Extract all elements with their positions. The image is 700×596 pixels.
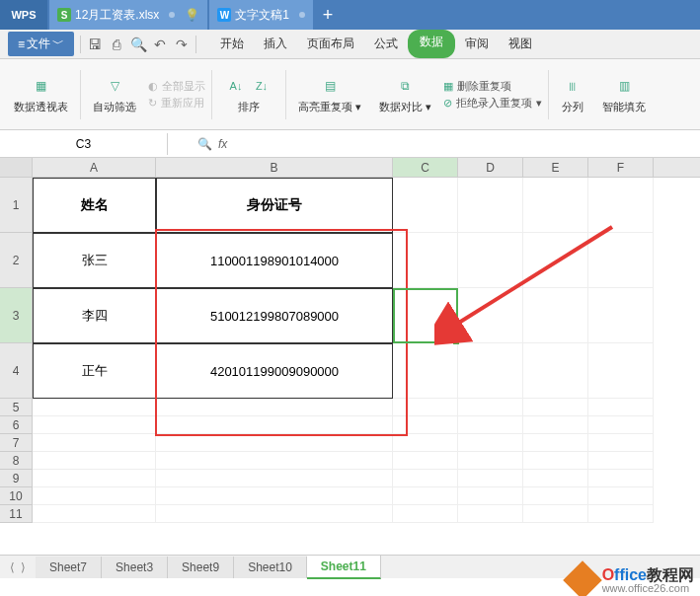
ribbon-tab-data[interactable]: 数据	[408, 30, 455, 58]
sheet-tab-active[interactable]: Sheet11	[307, 556, 381, 579]
cell[interactable]	[588, 416, 654, 434]
cell-e2[interactable]	[523, 233, 588, 288]
cell[interactable]	[33, 505, 156, 523]
cell-f3[interactable]	[588, 288, 654, 343]
cell[interactable]	[156, 434, 393, 452]
row-header-7[interactable]: 7	[0, 434, 33, 452]
cell-e3[interactable]	[523, 288, 588, 343]
sheet-tab[interactable]: Sheet3	[102, 557, 168, 578]
cell[interactable]	[33, 487, 156, 505]
cell[interactable]	[393, 470, 458, 487]
row-header-6[interactable]: 6	[0, 416, 33, 434]
col-header-e[interactable]: E	[523, 158, 588, 177]
cell[interactable]	[523, 434, 588, 452]
row-header-4[interactable]: 4	[0, 343, 33, 399]
data-compare-button[interactable]: ⧉ 数据对比 ▾	[373, 65, 437, 124]
ribbon-tab-review[interactable]: 审阅	[455, 30, 499, 58]
sheet-tab[interactable]: Sheet7	[36, 557, 102, 578]
select-all-corner[interactable]	[0, 158, 33, 177]
cell[interactable]	[393, 505, 458, 523]
col-header-b[interactable]: B	[156, 158, 393, 177]
name-box[interactable]: C3	[0, 133, 168, 155]
insert-function-icon[interactable]: 🔍	[197, 137, 212, 151]
cell-a2[interactable]: 张三	[33, 233, 156, 288]
cell[interactable]	[523, 452, 588, 470]
cell-d2[interactable]	[458, 233, 523, 288]
cell-d4[interactable]	[458, 343, 523, 399]
cell[interactable]	[393, 452, 458, 470]
cell-c1[interactable]	[393, 178, 458, 233]
cell-c4[interactable]	[393, 343, 458, 399]
cell[interactable]	[588, 505, 654, 523]
row-header-5[interactable]: 5	[0, 399, 33, 416]
cell-a4[interactable]: 正午	[33, 343, 156, 399]
cell[interactable]	[156, 487, 393, 505]
cell[interactable]	[393, 434, 458, 452]
cell[interactable]	[156, 399, 393, 416]
cell[interactable]	[33, 416, 156, 434]
col-header-a[interactable]: A	[33, 158, 156, 177]
reject-dup-button[interactable]: ⊘ 拒绝录入重复项 ▾	[443, 96, 542, 111]
cell[interactable]	[523, 487, 588, 505]
cell-d3[interactable]	[458, 288, 523, 343]
save-icon[interactable]: 🖫	[87, 37, 103, 52]
cell[interactable]	[156, 452, 393, 470]
cell-a1[interactable]: 姓名	[33, 178, 156, 233]
row-header-8[interactable]: 8	[0, 452, 33, 470]
cell[interactable]	[33, 399, 156, 416]
add-tab-button[interactable]: +	[313, 0, 343, 30]
nav-next-icon[interactable]: ⟩	[21, 560, 26, 574]
row-header-11[interactable]: 11	[0, 505, 33, 523]
cell[interactable]	[458, 399, 523, 416]
cell-f2[interactable]	[588, 233, 654, 288]
cell[interactable]	[393, 399, 458, 416]
cell-f4[interactable]	[588, 343, 654, 399]
col-header-f[interactable]: F	[588, 158, 654, 177]
cell[interactable]	[393, 487, 458, 505]
cell[interactable]	[156, 416, 393, 434]
cell[interactable]	[523, 416, 588, 434]
cell-d1[interactable]	[458, 178, 523, 233]
ribbon-sort-button[interactable]: A↓ Z↓ 排序	[218, 65, 279, 124]
smart-fill-button[interactable]: ▥ 智能填充	[596, 65, 652, 124]
row-header-2[interactable]: 2	[0, 233, 33, 288]
sheet-tab[interactable]: Sheet9	[168, 557, 234, 578]
undo-icon[interactable]: ↶	[152, 37, 168, 52]
text-to-col-button[interactable]: ⫼ 分列	[555, 65, 590, 124]
cell[interactable]	[523, 505, 588, 523]
cell[interactable]	[588, 470, 654, 487]
row-header-3[interactable]: 3	[0, 288, 33, 343]
cell[interactable]	[458, 416, 523, 434]
col-header-d[interactable]: D	[458, 158, 523, 177]
ribbon-tab-layout[interactable]: 页面布局	[297, 30, 364, 58]
cell[interactable]	[156, 505, 393, 523]
cell-c3[interactable]	[393, 288, 458, 343]
cell[interactable]	[523, 399, 588, 416]
ribbon-tab-formula[interactable]: 公式	[364, 30, 408, 58]
cell-e1[interactable]	[523, 178, 588, 233]
cell[interactable]	[156, 470, 393, 487]
cell[interactable]	[588, 487, 654, 505]
col-header-c[interactable]: C	[393, 158, 458, 177]
ribbon-pivot-button[interactable]: ▦ 数据透视表	[8, 65, 74, 124]
wps-logo[interactable]: WPS	[0, 0, 47, 30]
cell[interactable]	[523, 470, 588, 487]
remove-dup-button[interactable]: ▦ 删除重复项	[443, 79, 542, 94]
cell-a3[interactable]: 李四	[33, 288, 156, 343]
sheet-tab[interactable]: Sheet10	[234, 557, 307, 578]
cell[interactable]	[33, 434, 156, 452]
cell-b4[interactable]: 420101199009090000	[156, 343, 393, 399]
cell[interactable]	[33, 470, 156, 487]
cell[interactable]	[588, 434, 654, 452]
row-header-10[interactable]: 10	[0, 487, 33, 505]
row-header-1[interactable]: 1	[0, 178, 33, 233]
row-header-9[interactable]: 9	[0, 470, 33, 487]
cell-b2[interactable]: 110001198901014000	[156, 233, 393, 288]
cell[interactable]	[458, 452, 523, 470]
cell-b1[interactable]: 身份证号	[156, 178, 393, 233]
cell-f1[interactable]	[588, 178, 654, 233]
highlight-dup-button[interactable]: ▤ 高亮重复项 ▾	[292, 65, 367, 124]
cell[interactable]	[458, 434, 523, 452]
ribbon-tab-insert[interactable]: 插入	[254, 30, 297, 58]
document-tab-spreadsheet[interactable]: S 12月工资表.xlsx 💡	[49, 0, 207, 30]
